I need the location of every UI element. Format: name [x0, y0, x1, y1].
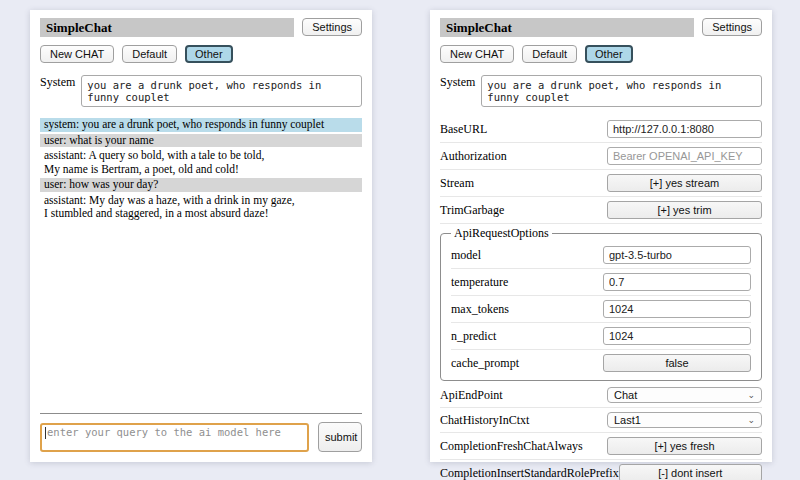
chat-message-user: user: what is your name: [40, 134, 362, 148]
setting-row-authorization: Authorization: [440, 143, 762, 170]
setting-row-cache-prompt: cache_prompt false: [451, 350, 751, 376]
stream-label: Stream: [440, 176, 474, 191]
chat-history-select[interactable]: Last1 ⌄: [607, 412, 762, 428]
api-request-options-fieldset: ApiRequestOptions model temperature max_…: [440, 226, 762, 381]
session-default-button[interactable]: Default: [122, 45, 177, 63]
text-caret: [45, 427, 46, 439]
chat-message-user: user: how was your day?: [40, 178, 362, 192]
spacer: [40, 221, 362, 413]
session-default-button[interactable]: Default: [522, 45, 577, 63]
authorization-input[interactable]: [607, 147, 762, 165]
temperature-label: temperature: [451, 275, 508, 290]
stage: SimpleChat Settings New CHAT Default Oth…: [0, 0, 800, 462]
cache-prompt-label: cache_prompt: [451, 356, 519, 371]
authorization-label: Authorization: [440, 149, 507, 164]
api-endpoint-value: Chat: [614, 389, 637, 401]
system-prompt-textarea[interactable]: you are a drunk poet, who responds in fu…: [481, 75, 762, 107]
stream-toggle-button[interactable]: [+] yes stream: [607, 174, 762, 192]
session-other-button[interactable]: Other: [585, 45, 633, 63]
setting-row-completion-fresh: CompletionFreshChatAlways [+] yes fresh: [440, 433, 762, 460]
chat-message-list: system: you are a drunk poet, who respon…: [40, 118, 362, 221]
chevron-down-icon: ⌄: [747, 415, 755, 425]
chat-history-value: Last1: [614, 414, 641, 426]
system-prompt-label: System: [40, 75, 75, 90]
new-chat-button[interactable]: New CHAT: [440, 45, 514, 63]
settings-button[interactable]: Settings: [702, 18, 762, 36]
settings-panel: SimpleChat Settings New CHAT Default Oth…: [430, 10, 772, 462]
system-prompt-row: System you are a drunk poet, who respond…: [440, 75, 762, 107]
n-predict-input[interactable]: [603, 327, 751, 345]
api-endpoint-label: ApiEndPoint: [440, 388, 503, 403]
session-bar: New CHAT Default Other: [40, 45, 362, 63]
session-other-button[interactable]: Other: [185, 45, 233, 63]
baseurl-input[interactable]: [607, 120, 762, 138]
new-chat-button[interactable]: New CHAT: [40, 45, 114, 63]
query-row: submit: [40, 422, 362, 453]
setting-row-api-endpoint: ApiEndPoint Chat ⌄: [440, 383, 762, 408]
model-input[interactable]: [603, 246, 751, 264]
api-endpoint-select[interactable]: Chat ⌄: [607, 387, 762, 403]
completion-insert-toggle-button[interactable]: [-] dont insert: [619, 464, 762, 480]
model-label: model: [451, 248, 481, 263]
setting-row-chat-history: ChatHistoryInCtxt Last1 ⌄: [440, 408, 762, 433]
setting-row-model: model: [451, 242, 751, 269]
session-bar: New CHAT Default Other: [440, 45, 762, 63]
setting-row-n-predict: n_predict: [451, 323, 751, 350]
chat-history-label: ChatHistoryInCtxt: [440, 413, 529, 428]
completion-insert-label: CompletionInsertStandardRolePrefix: [440, 466, 619, 480]
cache-prompt-toggle-button[interactable]: false: [603, 354, 751, 372]
chat-message-assistant: assistant: My day was a haze, with a dri…: [40, 194, 362, 221]
header: SimpleChat Settings: [40, 18, 362, 37]
setting-row-completion-insert: CompletionInsertStandardRolePrefix [-] d…: [440, 460, 762, 480]
completion-fresh-toggle-button[interactable]: [+] yes fresh: [607, 437, 762, 455]
submit-button[interactable]: submit: [318, 422, 362, 453]
setting-row-max-tokens: max_tokens: [451, 296, 751, 323]
chat-message-assistant: assistant: A query so bold, with a tale …: [40, 149, 362, 176]
completion-fresh-label: CompletionFreshChatAlways: [440, 439, 583, 454]
api-request-options-legend: ApiRequestOptions: [451, 226, 552, 241]
system-prompt-label: System: [440, 75, 475, 90]
chat-panel: SimpleChat Settings New CHAT Default Oth…: [30, 10, 372, 462]
system-prompt-textarea[interactable]: you are a drunk poet, who responds in fu…: [81, 75, 362, 107]
settings-button[interactable]: Settings: [302, 18, 362, 36]
temperature-input[interactable]: [603, 273, 751, 291]
header: SimpleChat Settings: [440, 18, 762, 37]
n-predict-label: n_predict: [451, 329, 496, 344]
system-prompt-row: System you are a drunk poet, who respond…: [40, 75, 362, 107]
app-title: SimpleChat: [40, 18, 294, 37]
setting-row-temperature: temperature: [451, 269, 751, 296]
query-input[interactable]: [40, 423, 309, 452]
max-tokens-input[interactable]: [603, 300, 751, 318]
chat-message-system: system: you are a drunk poet, who respon…: [40, 118, 362, 132]
app-title: SimpleChat: [440, 18, 694, 37]
setting-row-baseurl: BaseURL: [440, 116, 762, 143]
setting-row-stream: Stream [+] yes stream: [440, 170, 762, 197]
chevron-down-icon: ⌄: [747, 390, 755, 400]
divider: [40, 413, 362, 414]
trimgarbage-toggle-button[interactable]: [+] yes trim: [607, 201, 762, 219]
baseurl-label: BaseURL: [440, 122, 487, 137]
max-tokens-label: max_tokens: [451, 302, 509, 317]
setting-row-trimgarbage: TrimGarbage [+] yes trim: [440, 197, 762, 224]
query-input-wrap: [40, 422, 309, 453]
trimgarbage-label: TrimGarbage: [440, 203, 504, 218]
settings-list: BaseURL Authorization Stream [+] yes str…: [440, 116, 762, 480]
